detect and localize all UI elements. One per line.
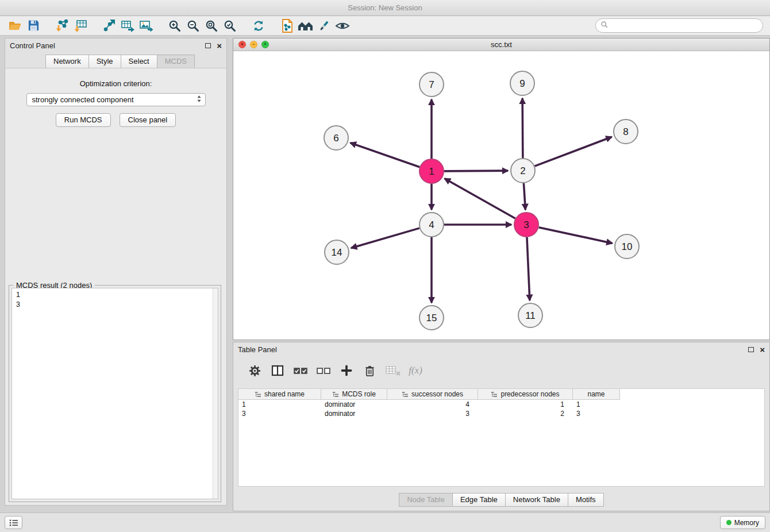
graph-edge-3-10[interactable]: [538, 228, 612, 244]
result-scrollbar[interactable]: [213, 288, 218, 499]
function-builder-icon[interactable]: f(x): [406, 361, 425, 380]
open-session-icon[interactable]: [6, 17, 24, 34]
graph-edge-3-1[interactable]: [445, 179, 515, 218]
graph-node-1[interactable]: 1: [419, 159, 444, 183]
cell-predecessor-nodes[interactable]: 2: [478, 409, 573, 418]
cell-successor-nodes[interactable]: 4: [387, 400, 478, 409]
show-graphics-eye-icon[interactable]: [333, 17, 352, 34]
table-panel-tabs: Node Table Edge Table Network Table Moti…: [233, 493, 769, 507]
graph-node-2[interactable]: 2: [511, 159, 535, 183]
tab-style[interactable]: Style: [88, 55, 121, 68]
task-history-button[interactable]: [5, 516, 22, 529]
search-field[interactable]: [595, 18, 763, 33]
graph-node-7[interactable]: 7: [419, 72, 444, 97]
column-header-shared-name[interactable]: shared name: [238, 389, 321, 400]
graph-edge-2-3[interactable]: [523, 183, 525, 210]
export-image-icon[interactable]: [137, 17, 155, 34]
column-header-name[interactable]: name: [573, 389, 620, 400]
column-label: name: [587, 390, 605, 398]
select-all-columns-icon[interactable]: [291, 361, 310, 380]
zoom-out-icon[interactable]: [184, 17, 202, 34]
tab-network[interactable]: Network: [45, 55, 88, 68]
close-panel-button[interactable]: Close panel: [120, 113, 176, 127]
graph-edge-2-8[interactable]: [535, 137, 612, 166]
apply-style-icon[interactable]: [315, 17, 333, 34]
graph-node-15[interactable]: 15: [419, 306, 444, 330]
graph-node-11[interactable]: 11: [518, 303, 542, 327]
graph-node-9[interactable]: 9: [510, 71, 534, 95]
tab-select[interactable]: Select: [121, 55, 157, 68]
maximize-window-icon[interactable]: +: [261, 41, 269, 48]
graph-edge-1-6[interactable]: [351, 143, 420, 167]
graph-node-14[interactable]: 14: [325, 240, 349, 264]
cell-successor-nodes[interactable]: 3: [387, 409, 478, 418]
graph-node-label: 2: [520, 165, 525, 176]
zoom-fit-icon[interactable]: [202, 17, 221, 34]
tab-mcds[interactable]: MCDS: [157, 55, 195, 68]
cell-name[interactable]: 3: [573, 409, 620, 418]
float-panel-icon[interactable]: [205, 43, 211, 48]
table-row[interactable]: 3 dominator 3 2 3: [238, 409, 764, 418]
graph-node-4[interactable]: 4: [419, 213, 444, 237]
minimize-window-icon[interactable]: −: [250, 41, 257, 48]
graph-node-10[interactable]: 10: [615, 234, 639, 259]
optimization-criterion-dropdown[interactable]: strongly connected component: [26, 93, 206, 106]
zoom-selected-icon[interactable]: [221, 17, 239, 34]
graph-node-label: 10: [622, 241, 633, 252]
tab-node-table[interactable]: Node Table: [399, 493, 452, 507]
close-panel-icon[interactable]: ×: [217, 41, 222, 50]
save-session-icon[interactable]: [24, 17, 43, 34]
graph-edge-4-14[interactable]: [351, 228, 419, 248]
cell-mcds-role[interactable]: dominator: [321, 409, 387, 418]
graph-node-3[interactable]: 3: [514, 213, 538, 237]
column-header-mcds-role[interactable]: MCDS role: [321, 389, 387, 400]
graph-edge-2-9[interactable]: [522, 98, 523, 158]
table-float-panel-icon[interactable]: [748, 347, 754, 352]
network-overview-icon[interactable]: [278, 17, 297, 34]
tab-motifs[interactable]: Motifs: [568, 493, 604, 507]
cell-name[interactable]: 1: [573, 400, 620, 409]
cell-shared-name[interactable]: 1: [238, 400, 321, 409]
export-table-icon[interactable]: [118, 17, 137, 34]
column-label: successor nodes: [411, 390, 463, 398]
memory-status-icon: [726, 520, 732, 525]
table-panel: Table Panel ×: [233, 342, 770, 511]
delete-column-trash-icon[interactable]: [360, 361, 379, 380]
refresh-view-icon[interactable]: [249, 17, 268, 34]
column-header-predecessor-nodes[interactable]: predecessor nodes: [478, 389, 573, 400]
control-panel-title: Control Panel: [10, 41, 55, 50]
column-settings-gear-icon[interactable]: [245, 361, 264, 380]
search-input[interactable]: [611, 22, 758, 30]
table-row[interactable]: 1 dominator 4 1 1: [238, 400, 764, 409]
graph-edge-3-11[interactable]: [527, 237, 530, 300]
network-graph[interactable]: 1234678910111415: [233, 51, 769, 340]
import-table-icon[interactable]: [71, 17, 90, 34]
export-network-icon[interactable]: [100, 17, 118, 34]
close-window-icon[interactable]: ×: [238, 41, 246, 48]
graph-edge-1-2[interactable]: [444, 171, 508, 171]
cell-mcds-role[interactable]: dominator: [321, 400, 387, 409]
split-columns-icon[interactable]: [268, 361, 287, 380]
tab-edge-table[interactable]: Edge Table: [452, 493, 505, 507]
unselect-all-columns-icon[interactable]: [314, 361, 333, 380]
control-panel: Control Panel × Network Style Select MCD…: [5, 38, 227, 506]
first-neighbors-icon[interactable]: [297, 17, 315, 34]
column-label: MCDS role: [342, 390, 376, 398]
run-mcds-button[interactable]: Run MCDS: [56, 113, 111, 127]
import-network-icon[interactable]: [53, 17, 71, 34]
column-tree-icon: [491, 391, 498, 398]
mcds-tab-content: Optimization criterion: strongly connect…: [5, 68, 226, 505]
network-canvas[interactable]: 1234678910111415: [233, 51, 769, 340]
tab-network-table[interactable]: Network Table: [505, 493, 568, 507]
cell-predecessor-nodes[interactable]: 1: [478, 400, 573, 409]
application-window: Session: New Session: [0, 0, 770, 532]
graph-node-8[interactable]: 8: [614, 119, 638, 144]
graph-node-6[interactable]: 6: [324, 126, 348, 150]
column-header-successor-nodes[interactable]: successor nodes: [387, 389, 478, 400]
cell-shared-name[interactable]: 3: [238, 409, 321, 418]
zoom-in-icon[interactable]: [165, 17, 184, 34]
add-column-plus-icon[interactable]: [337, 361, 356, 380]
graph-node-label: 15: [426, 313, 437, 323]
memory-button[interactable]: Memory: [720, 516, 765, 529]
table-close-panel-icon[interactable]: ×: [760, 345, 765, 354]
